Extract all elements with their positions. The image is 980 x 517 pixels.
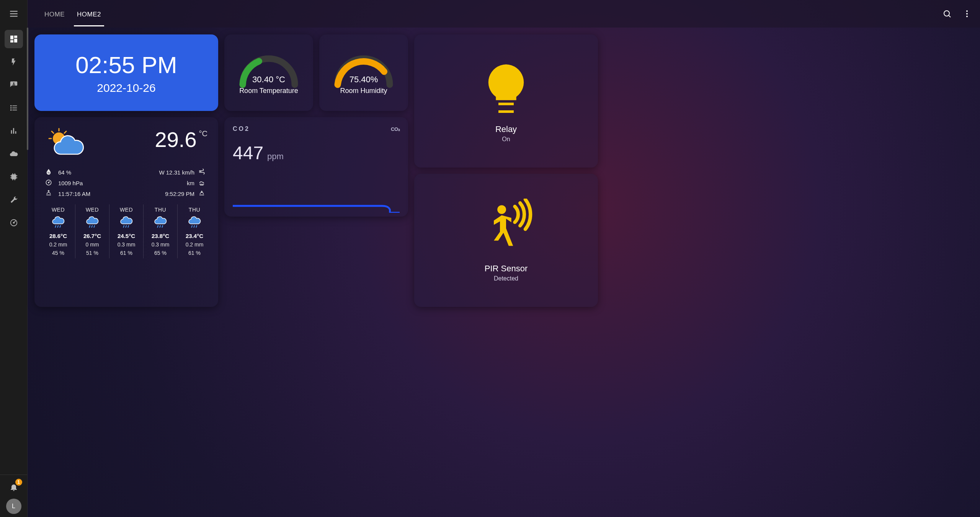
pir-state: Detected [494, 275, 518, 282]
forecast-humidity: 51 % [76, 250, 108, 256]
room-humidity-value: 75.40% [350, 75, 378, 85]
sunset-icon [198, 190, 206, 197]
menu-button[interactable] [0, 0, 27, 28]
svg-point-26 [13, 222, 14, 223]
co2-value: 447 [233, 142, 263, 163]
search-icon [942, 9, 952, 18]
tab-home[interactable]: HOME [41, 2, 68, 26]
svg-point-39 [48, 182, 49, 183]
co2-card[interactable]: CO2 CO₂ 447 ppm [224, 117, 408, 217]
clock-date: 2022-10-26 [97, 82, 155, 95]
weather-wind: W 12.31 km/h [128, 169, 194, 176]
forecast-humidity: 61 % [110, 250, 142, 256]
svg-line-50 [128, 226, 129, 228]
svg-rect-6 [10, 40, 13, 42]
rain-icon [178, 216, 211, 230]
weather-sunrise: 11:57:16 AM [58, 191, 124, 197]
sidebar-item-cloud[interactable] [5, 145, 23, 163]
forecast-temp: 23.8°C [144, 233, 176, 239]
rain-icon [42, 216, 74, 230]
sidebar-item-person[interactable] [5, 76, 23, 94]
forecast-day: THU 23.8°C 0.3 mm 65 % [143, 204, 177, 258]
room-temperature-card[interactable]: 30.40 °C Room Temperature [224, 34, 313, 111]
avatar[interactable]: L [6, 499, 21, 514]
co2-unit: ppm [267, 152, 284, 161]
forecast-day-name: THU [144, 207, 176, 213]
wrench-icon [10, 196, 18, 204]
svg-point-12 [10, 110, 11, 111]
notifications-button[interactable]: 1 [5, 478, 23, 496]
bar-chart-icon [10, 127, 18, 135]
svg-line-43 [58, 226, 59, 228]
svg-line-44 [60, 226, 61, 228]
cloud-icon [9, 149, 18, 158]
svg-line-55 [194, 226, 195, 228]
relay-card[interactable]: Relay On [414, 34, 598, 168]
forecast-precip: 0.3 mm [144, 241, 176, 248]
svg-line-42 [56, 226, 56, 228]
svg-line-36 [64, 131, 66, 133]
sidebar-item-chip[interactable] [5, 168, 23, 186]
weather-temp-value: 29.6 [155, 127, 197, 152]
svg-rect-15 [15, 131, 16, 134]
pir-card[interactable]: PIR Sensor Detected [414, 174, 598, 307]
overflow-menu-button[interactable] [962, 8, 972, 19]
weather-temp-unit: °C [199, 129, 207, 138]
tabs: HOME HOME2 [41, 2, 104, 26]
svg-point-57 [497, 205, 506, 214]
co2-icon: CO₂ [391, 126, 400, 132]
forecast-day-name: WED [110, 207, 142, 213]
svg-rect-4 [14, 36, 17, 38]
forecast-humidity: 61 % [178, 250, 211, 256]
rain-icon [76, 216, 108, 230]
sidebar-item-energy[interactable] [5, 53, 23, 71]
forecast-day: WED 26.7°C 0 mm 51 % [75, 204, 109, 258]
svg-point-10 [10, 106, 11, 106]
motion-sensor-icon [475, 199, 537, 260]
sidebar-item-speed[interactable] [5, 214, 23, 232]
room-humidity-label: Room Humidity [340, 87, 387, 95]
weather-sunset: 9:52:29 PM [128, 191, 194, 197]
svg-point-27 [944, 11, 949, 16]
clock-card[interactable]: 02:55 PM 2022-10-26 [34, 34, 218, 111]
forecast-day: THU 23.4°C 0.2 mm 61 % [177, 204, 211, 258]
weather-pressure: 1009 hPa [58, 180, 124, 186]
sidebar-item-stats[interactable] [5, 122, 23, 140]
weather-card[interactable]: 29.6 °C % 64 % W 12.31 km/h 1009 hPa km [34, 117, 218, 307]
forecast-precip: 0.2 mm [178, 241, 211, 248]
svg-line-45 [90, 226, 90, 228]
forecast-day-name: WED [42, 207, 74, 213]
svg-point-30 [966, 13, 968, 15]
forecast-day-name: WED [76, 207, 108, 213]
tab-home2[interactable]: HOME2 [74, 2, 104, 26]
svg-point-31 [966, 16, 968, 17]
svg-rect-16 [11, 175, 16, 179]
sidebar-item-list[interactable] [5, 99, 23, 117]
svg-line-47 [94, 226, 95, 228]
weather-condition-icon [45, 127, 91, 161]
room-humidity-card[interactable]: 75.40% Room Humidity [319, 34, 408, 111]
sunrise-icon [45, 190, 53, 197]
forecast-temp: 26.7°C [76, 233, 108, 239]
fog-icon [198, 179, 206, 187]
flash-icon [10, 58, 18, 66]
hamburger-icon [9, 9, 19, 19]
header: HOME HOME2 [28, 0, 980, 28]
sidebar-item-dashboard[interactable] [5, 30, 23, 48]
sidebar-item-tools[interactable] [5, 191, 23, 209]
forecast-day: WED 28.6°C 0.2 mm 45 % [41, 204, 75, 258]
co2-graph [233, 182, 400, 213]
search-button[interactable] [942, 8, 952, 19]
more-vertical-icon [962, 9, 972, 18]
svg-line-46 [92, 226, 93, 228]
chip-icon [10, 173, 18, 181]
room-temperature-label: Room Temperature [239, 87, 298, 95]
gauge-icon [10, 219, 18, 227]
list-icon [10, 104, 18, 112]
relay-title: Relay [495, 124, 517, 134]
svg-rect-5 [14, 39, 17, 42]
svg-rect-3 [10, 36, 13, 39]
relay-state: On [502, 136, 510, 143]
svg-point-11 [10, 108, 11, 108]
svg-line-48 [124, 226, 124, 228]
